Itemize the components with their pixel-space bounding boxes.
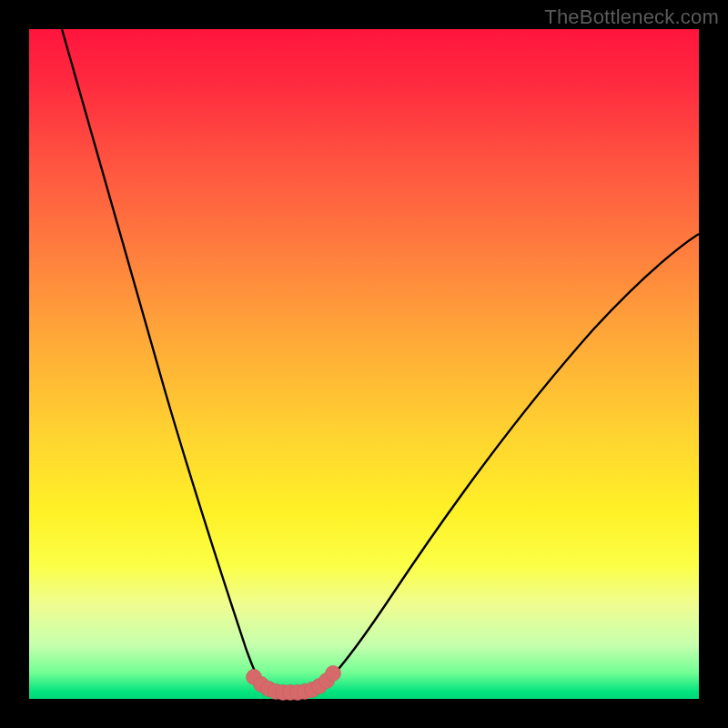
marker-dot xyxy=(326,666,341,682)
curve-left-path xyxy=(62,29,264,685)
plot-area xyxy=(29,29,699,699)
watermark-text: TheBottleneck.com xyxy=(544,5,719,29)
chart-frame: TheBottleneck.com xyxy=(0,0,728,728)
minimum-markers-group xyxy=(247,666,341,701)
curve-svg xyxy=(29,29,699,699)
curve-right-path xyxy=(322,234,699,685)
